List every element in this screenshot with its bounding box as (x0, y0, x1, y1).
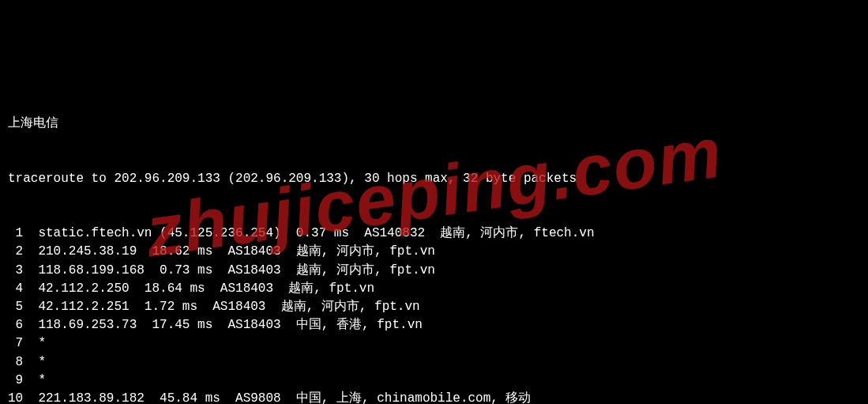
hop-number: 9 (8, 372, 23, 390)
hop-number: 2 (8, 243, 23, 261)
hop-row: 8 * (8, 353, 860, 372)
command-line: traceroute to 202.96.209.133 (202.96.209… (8, 170, 860, 188)
hop-row: 4 42.112.2.250 18.64 ms AS18403 越南, fpt.… (8, 280, 860, 298)
hop-number: 5 (8, 298, 23, 316)
hop-text: 210.245.38.19 18.62 ms AS18403 越南, 河内市, … (23, 244, 435, 259)
hop-number: 1 (8, 225, 23, 243)
hop-number: 8 (8, 353, 23, 372)
hop-number: 10 (8, 390, 23, 404)
hop-row: 6 118.69.253.73 17.45 ms AS18403 中国, 香港,… (8, 316, 860, 334)
hop-row: 3 118.68.199.168 0.73 ms AS18403 越南, 河内市… (8, 262, 860, 280)
hop-text: 42.112.2.250 18.64 ms AS18403 越南, fpt.vn (23, 281, 374, 296)
hop-text: * (23, 373, 46, 387)
hop-text: * (23, 336, 46, 350)
hop-text: 42.112.2.251 1.72 ms AS18403 越南, 河内市, fp… (23, 300, 419, 314)
hop-text: 221.183.89.182 45.84 ms AS9808 中国, 上海, c… (23, 391, 531, 404)
hop-number: 7 (8, 334, 23, 353)
hop-text: 118.69.253.73 17.45 ms AS18403 中国, 香港, f… (23, 318, 423, 332)
header-line: 上海电信 (8, 115, 860, 133)
hop-number: 4 (8, 280, 23, 298)
hop-row: 7 * (8, 334, 860, 353)
hop-text: static.ftech.vn (45.125.236.254) 0.37 ms… (23, 226, 594, 240)
hops-list: 1 static.ftech.vn (45.125.236.254) 0.37 … (8, 225, 860, 404)
hop-row: 2 210.245.38.19 18.62 ms AS18403 越南, 河内市… (8, 243, 860, 261)
hop-text: 118.68.199.168 0.73 ms AS18403 越南, 河内市, … (23, 263, 435, 278)
hop-row: 9 * (8, 372, 860, 390)
hop-row: 5 42.112.2.251 1.72 ms AS18403 越南, 河内市, … (8, 298, 860, 316)
hop-number: 3 (8, 262, 23, 280)
terminal-output: 上海电信 traceroute to 202.96.209.133 (202.9… (8, 78, 860, 404)
hop-row: 1 static.ftech.vn (45.125.236.254) 0.37 … (8, 225, 860, 243)
hop-text: * (23, 355, 46, 369)
hop-number: 6 (8, 316, 23, 334)
hop-row: 10 221.183.89.182 45.84 ms AS9808 中国, 上海… (8, 390, 860, 404)
